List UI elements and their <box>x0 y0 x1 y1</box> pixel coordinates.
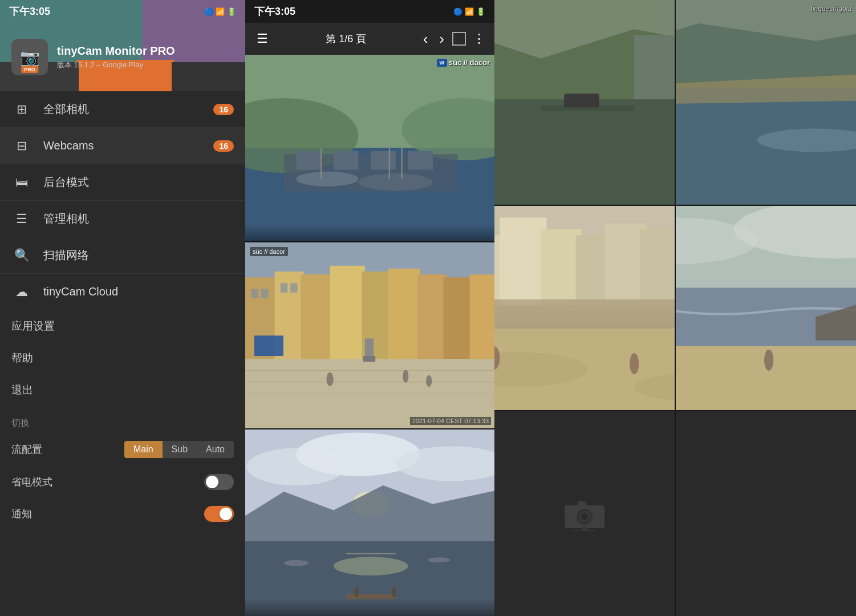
sidebar: 下午3:05 🔵 📶 🔋 📷 PRO tinyCam Monitor PRO 版… <box>0 0 245 616</box>
svg-rect-6 <box>334 151 359 170</box>
coastal2-bg <box>676 0 856 205</box>
middle-panel: 下午3:05 🔵 📶 🔋 ☰ 第 1/6 頁 ‹ › ⋮ <box>245 0 494 616</box>
svg-rect-7 <box>371 151 396 170</box>
app-logo: 📷 PRO <box>11 39 48 75</box>
app-title: tinyCam Monitor PRO <box>57 44 234 58</box>
sidebar-webcams-label: Webcams <box>43 139 213 152</box>
coastal1-bg <box>494 0 675 205</box>
beach2-bg <box>676 206 856 411</box>
page-info: 第 1/6 頁 <box>277 32 415 46</box>
svg-rect-48 <box>355 588 358 597</box>
stream-main-button[interactable]: Main <box>124 441 163 458</box>
camera-logo-icon: 📷 <box>20 48 40 67</box>
svg-point-50 <box>284 560 309 566</box>
search-icon: 🔍 <box>11 248 32 263</box>
svg-point-83 <box>630 353 639 374</box>
app-title-block: tinyCam Monitor PRO 版本 15.1.2 – Google P… <box>57 44 234 70</box>
camera-toolbar: ☰ 第 1/6 頁 ‹ › ⋮ <box>245 23 494 55</box>
camera-cell-plaza[interactable]: süc // dacor 2021-07-04 CEST 07:13:33 <box>245 242 494 429</box>
camera-cell-harbor[interactable]: W süc // dacor <box>245 55 494 241</box>
sidebar-settings: 切换 流配置 Main Sub Auto 省电模式 通知 <box>0 418 245 538</box>
middle-status-bar: 下午3:05 🔵 📶 🔋 <box>245 0 494 23</box>
sidebar-item-manage-cameras[interactable]: ☰ 管理相机 <box>0 201 245 237</box>
camera-cell-lake[interactable] <box>245 429 494 616</box>
exit-label: 退出 <box>11 383 33 398</box>
webcams-grid-icon: ⊟ <box>11 139 32 153</box>
status-icons: 🔵 📶 🔋 <box>204 7 236 16</box>
sidebar-item-exit[interactable]: 退出 <box>0 374 245 406</box>
right-cam-beach2[interactable] <box>676 206 856 411</box>
coastal1-svg <box>494 0 675 205</box>
svg-point-9 <box>296 172 358 187</box>
menu-button[interactable]: ☰ <box>252 29 273 48</box>
more-options-button[interactable]: ⋮ <box>470 31 488 46</box>
svg-rect-76 <box>605 223 646 305</box>
sidebar-item-scan-network[interactable]: 🔍 扫描网络 <box>0 237 245 274</box>
notifications-toggle[interactable] <box>204 506 234 522</box>
webcams-badge: 16 <box>213 140 234 152</box>
status-time: 下午3:05 <box>9 5 50 18</box>
middle-bluetooth-icon: 🔵 <box>453 7 463 16</box>
coastal2-svg <box>676 0 856 205</box>
square-button[interactable] <box>452 32 466 46</box>
status-bar: 下午3:05 🔵 📶 🔋 <box>0 0 245 23</box>
chevron-left-icon: ‹ <box>423 30 428 47</box>
svg-rect-61 <box>564 94 599 108</box>
grid-icon: ⊞ <box>11 102 32 117</box>
prev-page-button[interactable]: ‹ <box>420 30 432 48</box>
logo-text: süc // dacor <box>449 58 490 67</box>
power-saving-toggle[interactable] <box>204 474 234 490</box>
power-saving-label: 省电模式 <box>11 475 204 489</box>
svg-point-96 <box>581 513 588 520</box>
svg-rect-21 <box>417 274 447 370</box>
chevron-right-icon: › <box>439 30 444 47</box>
stream-auto-button[interactable]: Auto <box>197 441 234 458</box>
sidebar-item-background-mode[interactable]: 🛏 后台模式 <box>0 164 245 201</box>
settings-section-title: 切换 <box>11 418 234 429</box>
right-cam-beach1[interactable] <box>494 206 675 411</box>
svg-rect-97 <box>578 501 586 507</box>
right-cam-placeholder2 <box>676 411 856 616</box>
plaza-watermark: süc // dacor <box>250 247 288 256</box>
svg-rect-99 <box>573 530 596 531</box>
middle-battery-icon: 🔋 <box>476 7 485 16</box>
sidebar-item-webcams[interactable]: ⊟ Webcams 16 <box>0 128 245 164</box>
harbor-overlay <box>245 224 494 241</box>
app-settings-label: 应用设置 <box>11 319 55 334</box>
stream-config-row: 流配置 Main Sub Auto <box>11 441 234 458</box>
svg-rect-20 <box>388 269 420 371</box>
toggle-knob <box>206 476 218 488</box>
harbor-svg <box>245 55 494 241</box>
svg-rect-22 <box>444 277 473 370</box>
cloud-icon: ☁ <box>11 285 32 299</box>
all-cameras-badge: 16 <box>213 104 234 115</box>
sidebar-navigation: ⊞ 全部相机 16 ⊟ Webcams 16 🛏 后台模式 ☰ 管理相机 🔍 扫… <box>0 91 245 310</box>
sidebar-item-all-cameras[interactable]: ⊞ 全部相机 16 <box>0 91 245 128</box>
stream-config-buttons: Main Sub Auto <box>124 441 234 458</box>
sidebar-bg-mode-label: 后台模式 <box>43 175 234 190</box>
right-cam-coastal1[interactable] <box>494 0 675 205</box>
app-header: 📷 PRO tinyCam Monitor PRO 版本 15.1.2 – Go… <box>0 23 245 91</box>
right-cam-coastal2[interactable]: finquesfrigola <box>676 0 856 205</box>
svg-rect-27 <box>290 283 297 292</box>
sidebar-manage-label: 管理相机 <box>43 211 234 226</box>
stream-sub-button[interactable]: Sub <box>163 441 197 458</box>
svg-rect-26 <box>281 283 287 292</box>
svg-rect-8 <box>408 151 433 170</box>
middle-status-time: 下午3:05 <box>254 5 295 18</box>
lake-overlay <box>245 599 494 616</box>
sidebar-item-app-settings[interactable]: 应用设置 <box>0 310 245 342</box>
wifi-icon: 📶 <box>216 7 225 16</box>
svg-rect-49 <box>392 588 395 597</box>
sidebar-item-help[interactable]: 帮助 <box>0 342 245 374</box>
svg-rect-34 <box>254 335 283 356</box>
middle-wifi-icon: 📶 <box>465 7 474 16</box>
next-page-button[interactable]: › <box>436 30 448 48</box>
toggle-knob-notif <box>220 508 232 520</box>
hamburger-icon: ☰ <box>257 31 268 46</box>
plaza-timestamp: 2021-07-04 CEST 07:13:33 <box>410 417 491 425</box>
notifications-row: 通知 <box>11 506 234 522</box>
lake-scene-bg <box>245 429 494 616</box>
coastal2-watermark: finquesfrigola <box>811 5 851 13</box>
sidebar-item-tinycam-cloud[interactable]: ☁ tinyCam Cloud <box>0 274 245 310</box>
